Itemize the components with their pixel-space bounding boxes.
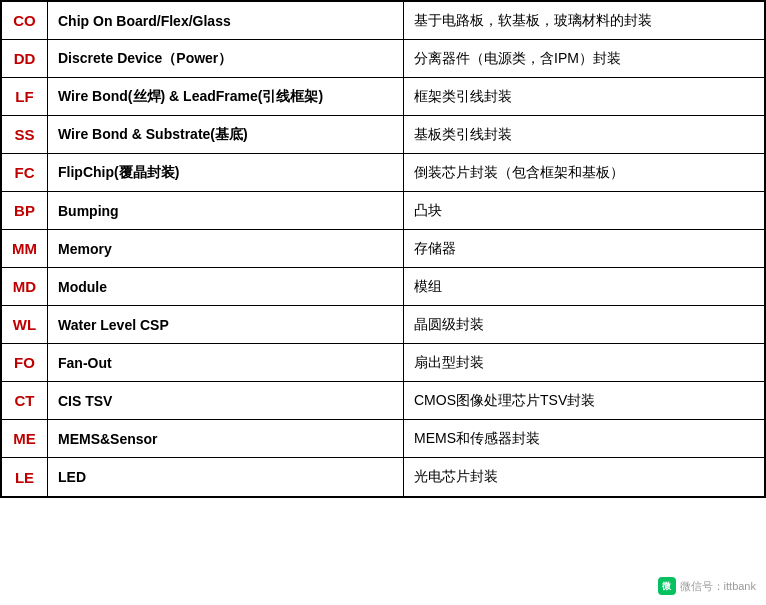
table-row: MMMemory存储器: [2, 230, 764, 268]
table-row: MEMEMS&SensorMEMS和传感器封装: [2, 420, 764, 458]
table-row: SSWire Bond & Substrate(基底)基板类引线封装: [2, 116, 764, 154]
table-row: LFWire Bond(丝焊) & LeadFrame(引线框架)框架类引线封装: [2, 78, 764, 116]
english-cell: CIS TSV: [48, 382, 404, 419]
code-cell: DD: [2, 40, 48, 77]
code-cell: CO: [2, 2, 48, 39]
code-cell: FC: [2, 154, 48, 191]
code-cell: ME: [2, 420, 48, 457]
english-cell: Memory: [48, 230, 404, 267]
table-row: LELED光电芯片封装: [2, 458, 764, 496]
english-cell: Water Level CSP: [48, 306, 404, 343]
code-cell: MM: [2, 230, 48, 267]
code-cell: SS: [2, 116, 48, 153]
english-cell: MEMS&Sensor: [48, 420, 404, 457]
chinese-cell: 凸块: [404, 192, 764, 229]
english-cell: FlipChip(覆晶封装): [48, 154, 404, 191]
table-row: FCFlipChip(覆晶封装)倒装芯片封装（包含框架和基板）: [2, 154, 764, 192]
code-cell: WL: [2, 306, 48, 343]
code-cell: LF: [2, 78, 48, 115]
code-cell: CT: [2, 382, 48, 419]
table-row: COChip On Board/Flex/Glass基于电路板，软基板，玻璃材料…: [2, 2, 764, 40]
table-row: DDDiscrete Device（Power）分离器件（电源类，含IPM）封装: [2, 40, 764, 78]
table-row: CTCIS TSVCMOS图像处理芯片TSV封装: [2, 382, 764, 420]
chinese-cell: 基于电路板，软基板，玻璃材料的封装: [404, 2, 764, 39]
code-cell: FO: [2, 344, 48, 381]
english-cell: Wire Bond & Substrate(基底): [48, 116, 404, 153]
table-row: BPBumping凸块: [2, 192, 764, 230]
chinese-cell: CMOS图像处理芯片TSV封装: [404, 382, 764, 419]
table-row: WLWater Level CSP晶圆级封装: [2, 306, 764, 344]
chinese-cell: 倒装芯片封装（包含框架和基板）: [404, 154, 764, 191]
code-cell: BP: [2, 192, 48, 229]
english-cell: Chip On Board/Flex/Glass: [48, 2, 404, 39]
chinese-cell: 光电芯片封装: [404, 458, 764, 496]
code-cell: MD: [2, 268, 48, 305]
chinese-cell: 框架类引线封装: [404, 78, 764, 115]
english-cell: Module: [48, 268, 404, 305]
code-cell: LE: [2, 458, 48, 496]
english-cell: Bumping: [48, 192, 404, 229]
chinese-cell: 基板类引线封装: [404, 116, 764, 153]
watermark: 微 微信号：ittbank: [658, 577, 756, 595]
wechat-icon: 微: [658, 577, 676, 595]
chinese-cell: 扇出型封装: [404, 344, 764, 381]
chinese-cell: MEMS和传感器封装: [404, 420, 764, 457]
chinese-cell: 分离器件（电源类，含IPM）封装: [404, 40, 764, 77]
chinese-cell: 存储器: [404, 230, 764, 267]
english-cell: Wire Bond(丝焊) & LeadFrame(引线框架): [48, 78, 404, 115]
chinese-cell: 晶圆级封装: [404, 306, 764, 343]
english-cell: Fan-Out: [48, 344, 404, 381]
english-cell: Discrete Device（Power）: [48, 40, 404, 77]
table-row: FOFan-Out扇出型封装: [2, 344, 764, 382]
main-table: COChip On Board/Flex/Glass基于电路板，软基板，玻璃材料…: [0, 0, 766, 498]
table-row: MDModule模组: [2, 268, 764, 306]
chinese-cell: 模组: [404, 268, 764, 305]
english-cell: LED: [48, 458, 404, 496]
watermark-label: 微信号：ittbank: [680, 579, 756, 594]
